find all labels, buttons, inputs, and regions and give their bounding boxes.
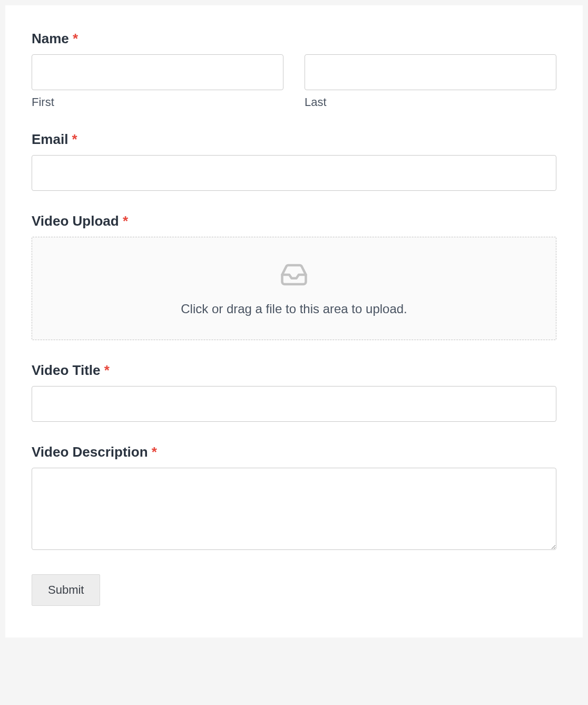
video-description-field-group: Video Description * — [32, 444, 556, 552]
video-title-input[interactable] — [32, 386, 556, 422]
required-indicator: * — [104, 362, 110, 378]
video-description-label-text: Video Description — [32, 444, 148, 460]
email-label-text: Email — [32, 131, 68, 147]
submit-button[interactable]: Submit — [32, 574, 100, 606]
name-field-group: Name * First Last — [32, 31, 556, 109]
video-upload-label: Video Upload * — [32, 213, 556, 229]
required-indicator: * — [123, 213, 128, 229]
upload-dropzone-text: Click or drag a file to this area to upl… — [181, 302, 407, 316]
required-indicator: * — [72, 131, 77, 147]
video-upload-field-group: Video Upload * Click or drag a file to t… — [32, 213, 556, 340]
video-title-label: Video Title * — [32, 362, 556, 379]
required-indicator: * — [152, 444, 157, 460]
first-name-column: First — [32, 54, 283, 109]
video-title-field-group: Video Title * — [32, 362, 556, 422]
first-name-sublabel: First — [32, 95, 283, 109]
video-description-textarea[interactable] — [32, 468, 556, 550]
last-name-column: Last — [305, 54, 556, 109]
last-name-input[interactable] — [305, 54, 556, 90]
email-label: Email * — [32, 131, 556, 148]
video-description-label: Video Description * — [32, 444, 556, 460]
required-indicator: * — [73, 31, 78, 46]
video-upload-label-text: Video Upload — [32, 213, 119, 229]
upload-icon — [280, 260, 308, 291]
name-label: Name * — [32, 31, 556, 47]
email-input[interactable] — [32, 155, 556, 191]
name-row: First Last — [32, 54, 556, 109]
video-submission-form: Name * First Last Email * Video Upload * — [5, 5, 583, 638]
email-field-group: Email * — [32, 131, 556, 191]
last-name-sublabel: Last — [305, 95, 556, 109]
file-upload-dropzone[interactable]: Click or drag a file to this area to upl… — [32, 237, 556, 340]
name-label-text: Name — [32, 31, 69, 46]
first-name-input[interactable] — [32, 54, 283, 90]
video-title-label-text: Video Title — [32, 362, 101, 378]
